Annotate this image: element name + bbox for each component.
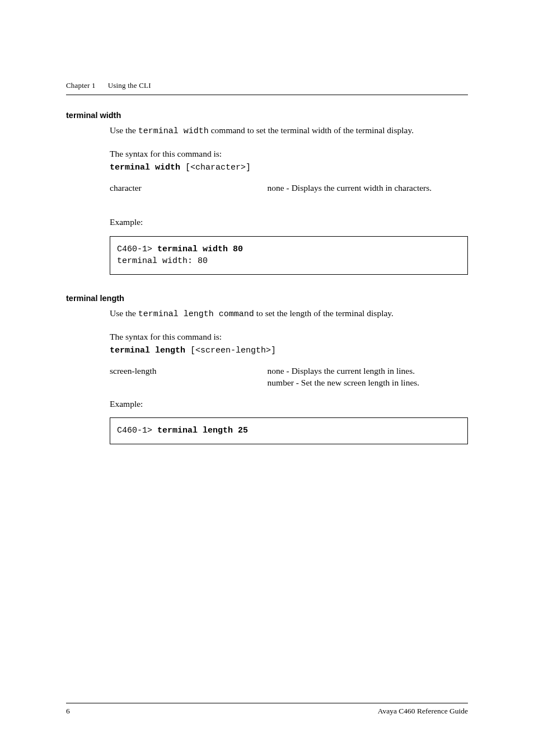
- syntax-intro: The syntax for this command is:: [110, 331, 468, 342]
- intro-text-post: command to set the terminal width of the…: [209, 125, 414, 135]
- example-label: Example:: [110, 398, 468, 410]
- syntax-command: terminal width: [110, 163, 180, 172]
- code-line-output: terminal width: 80: [117, 255, 461, 267]
- intro-paragraph: Use the terminal width command to set th…: [110, 124, 468, 138]
- code-line-input: C460-1> terminal width 80: [117, 243, 461, 256]
- code-command: terminal length 25: [157, 426, 248, 435]
- code-example: C460-1> terminal length 25: [110, 417, 468, 444]
- param-desc-line2: number - Set the new screen length in li…: [268, 377, 468, 388]
- code-prompt: C460-1>: [117, 426, 157, 435]
- code-example: C460-1> terminal width 80 terminal width…: [110, 236, 468, 275]
- syntax-line: terminal length [<screen-length>]: [110, 344, 468, 357]
- chapter-title: Using the CLI: [108, 81, 151, 90]
- section-heading-terminal-width: terminal width: [66, 111, 468, 120]
- doc-title: Avaya C460 Reference Guide: [378, 707, 468, 716]
- chapter-label: Chapter 1: [66, 81, 96, 90]
- table-row: character none - Displays the current wi…: [110, 182, 468, 194]
- param-name: screen-length: [110, 365, 268, 389]
- running-header: Chapter 1 Using the CLI: [66, 81, 468, 95]
- table-row: screen-length none - Displays the curren…: [110, 365, 468, 389]
- code-prompt: C460-1>: [117, 245, 157, 254]
- param-table: character none - Displays the current wi…: [110, 182, 468, 194]
- intro-command: terminal width: [138, 126, 209, 136]
- param-name: character: [110, 182, 268, 194]
- syntax-args: [<character>]: [180, 163, 251, 172]
- syntax-line: terminal width [<character>]: [110, 161, 468, 174]
- example-label: Example:: [110, 216, 468, 228]
- intro-text-pre: Use the: [110, 308, 138, 318]
- syntax-intro: The syntax for this command is:: [110, 148, 468, 159]
- syntax-command: terminal length: [110, 346, 185, 355]
- intro-text-post: to set the length of the terminal displa…: [254, 308, 394, 318]
- code-line-input: C460-1> terminal length 25: [117, 425, 461, 437]
- page-number: 6: [66, 707, 70, 716]
- param-desc-line1: none - Displays the current length in li…: [268, 365, 468, 377]
- page-footer: 6 Avaya C460 Reference Guide: [66, 703, 468, 716]
- param-desc: none - Displays the current length in li…: [268, 365, 468, 389]
- intro-paragraph: Use the terminal length command to set t…: [110, 307, 468, 321]
- param-desc: none - Displays the current width in cha…: [268, 182, 468, 194]
- param-table: screen-length none - Displays the curren…: [110, 365, 468, 389]
- syntax-args: [<screen-length>]: [185, 346, 276, 355]
- section-heading-terminal-length: terminal length: [66, 294, 468, 303]
- code-command: terminal width 80: [157, 245, 243, 254]
- intro-text-pre: Use the: [110, 125, 138, 135]
- intro-command: terminal length command: [138, 309, 254, 319]
